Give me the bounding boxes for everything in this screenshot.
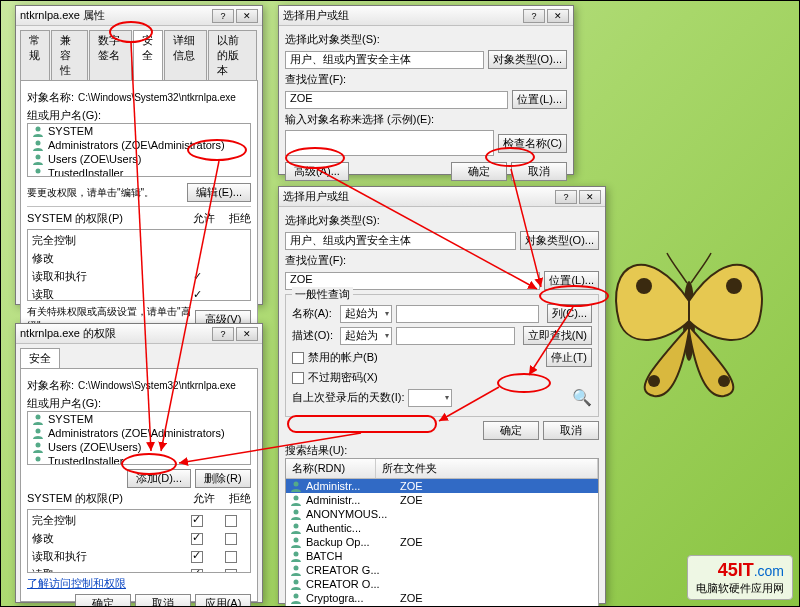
- result-row[interactable]: CREATOR G...: [286, 563, 598, 577]
- user-icon: [290, 592, 302, 604]
- cancel-button[interactable]: 取消: [511, 162, 567, 181]
- permissions-list[interactable]: 完全控制修改读取和执行✓读取✓写入特殊权限: [27, 229, 251, 301]
- deny-checkbox[interactable]: [225, 551, 237, 563]
- list-item[interactable]: Administrators (ZOE\Administrators): [28, 426, 250, 440]
- help-button[interactable]: ?: [555, 190, 577, 204]
- close-button[interactable]: ✕: [236, 9, 258, 23]
- svg-point-20: [294, 580, 299, 585]
- close-button[interactable]: ✕: [579, 190, 601, 204]
- tab-以前的版本[interactable]: 以前的版本: [208, 30, 257, 80]
- list-item[interactable]: SYSTEM: [28, 412, 250, 426]
- titlebar[interactable]: ntkrnlpa.exe 的权限 ? ✕: [16, 324, 262, 344]
- apply-button[interactable]: 应用(A): [195, 594, 251, 607]
- obj-type-button[interactable]: 对象类型(O)...: [520, 231, 599, 250]
- obj-type-button[interactable]: 对象类型(O)...: [488, 50, 567, 69]
- allow-checkbox[interactable]: [191, 515, 203, 527]
- result-row[interactable]: ANONYMOUS...: [286, 507, 598, 521]
- svg-point-0: [683, 281, 695, 361]
- cancel-button[interactable]: 取消: [543, 421, 599, 440]
- edit-button[interactable]: 编辑(E)...: [187, 183, 251, 202]
- name-input[interactable]: [285, 130, 494, 156]
- loc-button[interactable]: 位置(L)...: [512, 90, 567, 109]
- deny-checkbox[interactable]: [225, 533, 237, 545]
- ok-button[interactable]: 确定: [483, 421, 539, 440]
- add-button[interactable]: 添加(D)...: [127, 469, 191, 488]
- loc-label: 查找位置(F):: [285, 72, 567, 87]
- col-loc-header[interactable]: 所在文件夹: [376, 459, 598, 478]
- list-item[interactable]: Users (ZOE\Users): [28, 152, 250, 166]
- allow-header: 允许: [193, 211, 215, 226]
- list-item[interactable]: Users (ZOE\Users): [28, 440, 250, 454]
- allow-checkbox[interactable]: [191, 569, 203, 573]
- ok-button[interactable]: 确定: [451, 162, 507, 181]
- user-icon: [290, 522, 302, 534]
- perm-row: 修改: [28, 531, 250, 546]
- tab-兼容性[interactable]: 兼容性: [51, 30, 88, 80]
- deny-checkbox[interactable]: [225, 515, 237, 527]
- close-button[interactable]: ✕: [547, 9, 569, 23]
- allow-checkbox[interactable]: [191, 551, 203, 563]
- svg-point-11: [36, 443, 41, 448]
- object-name-label: 对象名称:: [27, 90, 74, 105]
- columns-button[interactable]: 列(C)...: [547, 304, 592, 323]
- col-name-header[interactable]: 名称(RDN): [286, 459, 376, 478]
- perm-row: 读取和执行: [28, 549, 250, 564]
- days-select[interactable]: ▾: [408, 389, 452, 407]
- result-row[interactable]: Administr...ZOE: [286, 493, 598, 507]
- help-button[interactable]: ?: [523, 9, 545, 23]
- user-icon: [32, 125, 44, 137]
- titlebar[interactable]: 选择用户或组 ? ✕: [279, 6, 573, 26]
- learn-link[interactable]: 了解访问控制和权限: [27, 576, 126, 591]
- users-list[interactable]: SYSTEMAdministrators (ZOE\Administrators…: [27, 123, 251, 177]
- svg-point-15: [294, 510, 299, 515]
- tab-安全[interactable]: 安全: [133, 30, 163, 80]
- list-item[interactable]: SYSTEM: [28, 124, 250, 138]
- result-row[interactable]: CREATOR O...: [286, 577, 598, 591]
- name-input[interactable]: [396, 305, 539, 323]
- list-item[interactable]: TrustedInstaller: [28, 454, 250, 465]
- allow-checkbox[interactable]: [191, 533, 203, 545]
- disabled-checkbox[interactable]: [292, 352, 304, 364]
- tab-数字签名[interactable]: 数字签名: [89, 30, 132, 80]
- svg-point-10: [36, 429, 41, 434]
- list-item[interactable]: TrustedInstaller: [28, 166, 250, 177]
- ok-button[interactable]: 确定: [75, 594, 131, 607]
- deny-checkbox[interactable]: [225, 569, 237, 573]
- tab-常规[interactable]: 常规: [20, 30, 50, 80]
- result-row[interactable]: Authentic...: [286, 521, 598, 535]
- user-icon: [32, 167, 44, 177]
- loc-button[interactable]: 位置(L)...: [544, 271, 599, 290]
- name-mode-select[interactable]: 起始为▾: [340, 305, 392, 323]
- desc-input[interactable]: [396, 327, 515, 345]
- result-row[interactable]: Backup Op...ZOE: [286, 535, 598, 549]
- result-row[interactable]: BATCH: [286, 549, 598, 563]
- result-row[interactable]: Cryptogra...ZOE: [286, 591, 598, 605]
- svg-point-17: [294, 538, 299, 543]
- desc-mode-select[interactable]: 起始为▾: [340, 327, 392, 345]
- remove-button[interactable]: 删除(R): [195, 469, 251, 488]
- help-button[interactable]: ?: [212, 9, 234, 23]
- help-button[interactable]: ?: [212, 327, 234, 341]
- permissions-list[interactable]: 完全控制修改读取和执行读取写入: [27, 509, 251, 573]
- users-list[interactable]: SYSTEMAdministrators (ZOE\Administrators…: [27, 411, 251, 465]
- perm-row: 读取和执行✓: [28, 269, 250, 284]
- window-title: ntkrnlpa.exe 的权限: [20, 326, 212, 341]
- check-names-button[interactable]: 检查名称(C): [498, 134, 567, 153]
- object-name-label: 对象名称:: [27, 378, 74, 393]
- advanced-button[interactable]: 高级(A)...: [285, 162, 349, 181]
- cancel-button[interactable]: 取消: [135, 594, 191, 607]
- permissions-window: ntkrnlpa.exe 的权限 ? ✕ 安全 对象名称: C:\Windows…: [15, 323, 263, 603]
- result-row[interactable]: Administr...ZOE: [286, 479, 598, 493]
- close-button[interactable]: ✕: [236, 327, 258, 341]
- never-expire-checkbox[interactable]: [292, 372, 304, 384]
- tab-security[interactable]: 安全: [20, 348, 60, 368]
- find-now-button[interactable]: 立即查找(N): [523, 326, 592, 345]
- titlebar[interactable]: ntkrnlpa.exe 属性 ? ✕: [16, 6, 262, 26]
- titlebar[interactable]: 选择用户或组 ? ✕: [279, 187, 605, 207]
- tab-详细信息[interactable]: 详细信息: [164, 30, 207, 80]
- results-list[interactable]: 名称(RDN) 所在文件夹 Administr...ZOEAdministr..…: [285, 458, 599, 607]
- list-item[interactable]: Administrators (ZOE\Administrators): [28, 138, 250, 152]
- user-icon: [32, 441, 44, 453]
- stop-button[interactable]: 停止(T): [546, 348, 592, 367]
- deny-header: 拒绝: [229, 491, 251, 506]
